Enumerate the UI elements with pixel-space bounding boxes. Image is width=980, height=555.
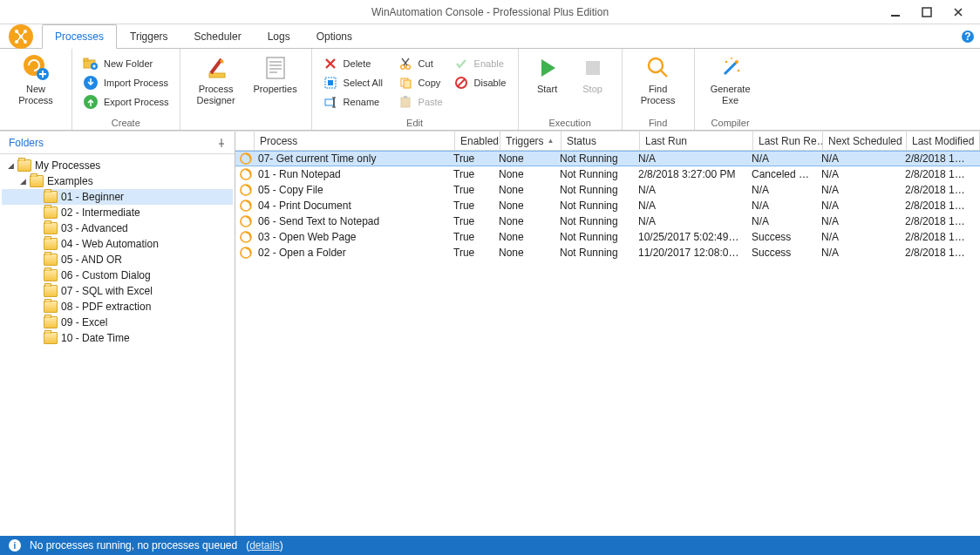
close-button[interactable] (950, 4, 966, 20)
delete-button[interactable]: Delete (321, 54, 391, 73)
tree-item[interactable]: 02 - Intermediate (2, 205, 233, 220)
tab-triggers[interactable]: Triggers (117, 24, 181, 48)
tree-label: 07 - SQL with Excel (61, 285, 153, 297)
svg-point-42 (737, 70, 739, 72)
process-designer-button[interactable]: Process Designer (189, 52, 243, 106)
process-icon (239, 214, 253, 228)
status-details-link[interactable]: (details) (246, 539, 283, 552)
svg-point-38 (649, 58, 663, 72)
svg-rect-18 (267, 58, 284, 78)
tree-item[interactable]: 05 - AND OR (2, 252, 233, 267)
folder-icon (44, 285, 58, 297)
col-lastres[interactable]: Last Run Re… (753, 132, 823, 150)
col-modified[interactable]: Last Modified (907, 132, 980, 150)
folder-tree[interactable]: ◢My Processes◢Examples01 - Beginner02 - … (0, 154, 235, 536)
col-enabled[interactable]: Enabled (455, 132, 500, 150)
svg-point-29 (400, 65, 405, 70)
find-process-button[interactable]: Find Process (631, 52, 685, 106)
svg-rect-0 (891, 15, 900, 17)
expand-icon[interactable]: ◢ (5, 160, 16, 171)
col-next[interactable]: Next Scheduled … (823, 132, 907, 150)
tree-item[interactable]: 03 - Advanced (2, 220, 233, 236)
folder-icon (17, 159, 31, 172)
disable-button[interactable]: Disable (452, 73, 509, 92)
tree-label: 01 - Beginner (61, 191, 124, 203)
cut-button[interactable]: Cut (396, 54, 446, 73)
enable-button[interactable]: Enable (452, 54, 509, 73)
folder-icon (44, 254, 58, 266)
process-icon (239, 183, 253, 197)
stop-icon (579, 54, 607, 82)
svg-point-30 (405, 65, 410, 70)
stop-button[interactable]: Stop (573, 52, 613, 95)
svg-line-36 (458, 79, 465, 86)
pin-icon[interactable] (217, 139, 226, 147)
process-row[interactable]: 01 - Run NotepadTrueNoneNot Running2/8/2… (235, 166, 980, 182)
properties-button[interactable]: Properties (248, 52, 303, 95)
tab-processes[interactable]: Processes (42, 24, 117, 49)
tab-options[interactable]: Options (303, 24, 365, 48)
select-all-icon (323, 75, 338, 91)
tree-item[interactable]: ◢My Processes (2, 158, 233, 173)
col-process[interactable]: Process (255, 132, 455, 150)
wand-icon (717, 54, 745, 82)
process-grid[interactable]: 07- Get current Time onlyTrueNoneNot Run… (235, 151, 980, 536)
folder-icon (44, 332, 58, 344)
maximize-button[interactable] (919, 4, 935, 20)
folders-title: Folders (9, 137, 44, 149)
select-all-button[interactable]: Select All (321, 73, 391, 92)
process-row[interactable]: 05 - Copy FileTrueNoneNot RunningN/AN/AN… (235, 182, 980, 198)
tree-item[interactable]: 10 - Date Time (2, 330, 233, 346)
tree-item[interactable]: 06 - Custom Dialog (2, 267, 233, 283)
tree-label: 08 - PDF extraction (61, 301, 151, 313)
generate-exe-button[interactable]: Generate Exe (704, 52, 758, 106)
tree-item[interactable]: 09 - Excel (2, 315, 233, 330)
app-logo (0, 24, 42, 48)
svg-rect-13 (84, 58, 88, 61)
tree-label: 06 - Custom Dialog (61, 269, 151, 281)
new-folder-button[interactable]: New Folder (81, 54, 171, 73)
process-row[interactable]: 02 - Open a FolderTrueNoneNot Running11/… (235, 245, 980, 261)
tab-strip: Processes Triggers Scheduler Logs Option… (0, 24, 980, 49)
export-process-button[interactable]: Export Process (81, 92, 171, 112)
copy-button[interactable]: Copy (396, 73, 446, 92)
tree-item[interactable]: 01 - Beginner (2, 189, 233, 205)
rename-button[interactable]: Rename (321, 92, 391, 112)
folder-icon (44, 269, 58, 281)
col-lastrun[interactable]: Last Run (640, 132, 753, 150)
minimize-button[interactable] (888, 4, 903, 20)
import-process-button[interactable]: Import Process (81, 73, 171, 92)
tree-label: 10 - Date Time (61, 332, 130, 344)
tree-item[interactable]: 08 - PDF extraction (2, 299, 233, 315)
tree-label: 03 - Advanced (61, 222, 128, 234)
col-status[interactable]: Status (561, 132, 640, 150)
start-button[interactable]: Start (527, 52, 568, 95)
tree-item[interactable]: 04 - Web Automation (2, 236, 233, 252)
column-headers: Process Enabled Triggers▲ Status Last Ru… (235, 132, 980, 151)
tree-item[interactable]: ◢Examples (2, 173, 233, 189)
folder-icon (44, 301, 58, 313)
expand-icon[interactable]: ◢ (17, 176, 28, 186)
new-process-button[interactable]: New Process (9, 52, 63, 106)
svg-point-43 (731, 58, 732, 59)
import-icon (83, 75, 99, 91)
col-icon[interactable] (235, 132, 255, 150)
tab-logs[interactable]: Logs (255, 24, 303, 48)
process-row[interactable]: 03 - Open Web PageTrueNoneNot Running10/… (235, 229, 980, 245)
paste-button[interactable]: Paste (396, 92, 446, 112)
tab-scheduler[interactable]: Scheduler (181, 24, 255, 48)
tree-label: My Processes (35, 159, 100, 172)
process-icon (239, 199, 253, 213)
process-grid-panel: Process Enabled Triggers▲ Status Last Ru… (235, 132, 980, 536)
copy-icon (398, 75, 413, 91)
process-row[interactable]: 04 - Print DocumentTrueNoneNot RunningN/… (235, 198, 980, 213)
help-button[interactable]: ? (956, 24, 980, 48)
tree-item[interactable]: 07 - SQL with Excel (2, 283, 233, 299)
status-bar: i No processes running, no processes que… (0, 536, 980, 555)
new-folder-icon (83, 56, 99, 71)
process-row[interactable]: 07- Get current Time onlyTrueNoneNot Run… (235, 151, 980, 166)
process-icon (239, 152, 253, 166)
process-row[interactable]: 06 - Send Text to NotepadTrueNoneNot Run… (235, 213, 980, 229)
col-triggers[interactable]: Triggers▲ (500, 132, 561, 150)
properties-icon (262, 54, 289, 82)
